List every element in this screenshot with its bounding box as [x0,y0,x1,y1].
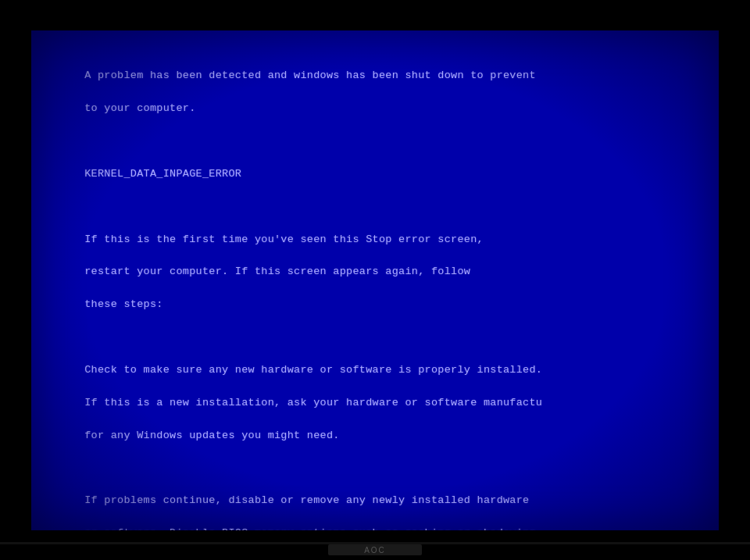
monitor: A problem has been detected and windows … [0,0,750,560]
monitor-base: AOC [328,544,422,555]
bsod-check-3: for any Windows updates you might need. [84,430,339,441]
bsod-screen: A problem has been detected and windows … [31,30,719,530]
bsod-line-2: to your computer. [84,102,195,114]
monitor-brand-label: AOC [364,546,386,555]
bsod-line-1: A problem has been detected and windows … [84,70,536,81]
bsod-problems-1: If problems continue, disable or remove … [84,494,529,506]
bsod-first-time-2: restart your computer. If this screen ap… [84,266,470,277]
bsod-error-code: KERNEL_DATA_INPAGE_ERROR [84,168,241,180]
bsod-problems-2: or software. Disable BIOS memory options… [84,527,542,530]
bsod-content: A problem has been detected and windows … [45,52,694,530]
bsod-check-2: If this is a new installation, ask your … [84,397,542,408]
bsod-first-time-1: If this is the first time you've seen th… [84,234,484,245]
bsod-check-1: Check to make sure any new hardware or s… [84,364,542,376]
bsod-first-time-3: these steps: [84,298,162,310]
